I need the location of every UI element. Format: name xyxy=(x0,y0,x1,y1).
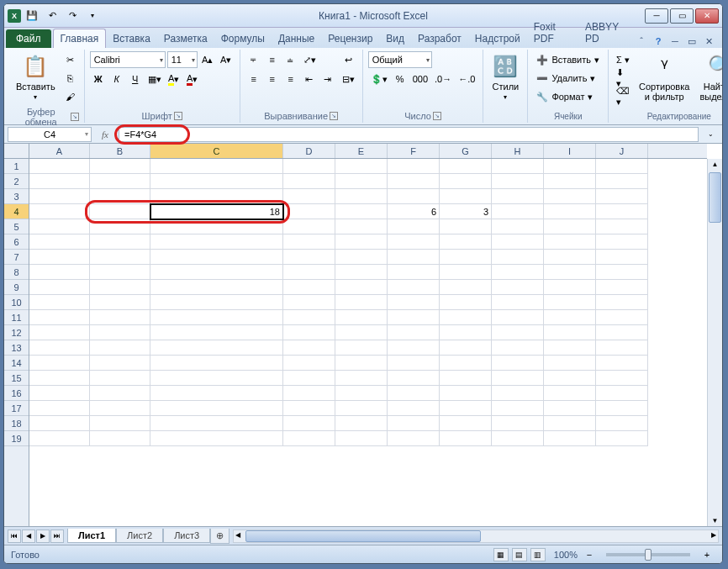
cell-D1[interactable] xyxy=(283,159,335,174)
cell-J14[interactable] xyxy=(596,356,648,371)
insert-cells-button[interactable]: ➕Вставить ▾ xyxy=(533,51,603,68)
cell-B5[interactable] xyxy=(90,219,150,234)
cell-E17[interactable] xyxy=(335,401,388,416)
cell-D3[interactable] xyxy=(283,189,335,204)
cell-F15[interactable] xyxy=(388,371,440,386)
cell-B6[interactable] xyxy=(90,234,150,250)
cell-D17[interactable] xyxy=(283,401,335,416)
align-left-button[interactable]: ≡ xyxy=(245,71,262,87)
number-dialog[interactable]: ↘ xyxy=(433,112,441,120)
cell-F17[interactable] xyxy=(388,401,440,416)
cell-E5[interactable] xyxy=(335,219,388,234)
file-tab[interactable]: Файл xyxy=(6,29,51,48)
font-color-button[interactable]: A▾ xyxy=(184,71,201,87)
sheet-tab-3[interactable]: Лист3 xyxy=(163,529,210,543)
cell-C18[interactable] xyxy=(150,416,283,431)
cell-H3[interactable] xyxy=(492,189,544,204)
cell-A12[interactable] xyxy=(29,325,90,340)
cell-I5[interactable] xyxy=(544,219,596,234)
page-break-view-button[interactable]: ▥ xyxy=(530,548,546,561)
cell-H2[interactable] xyxy=(492,174,544,189)
cell-F6[interactable] xyxy=(388,234,440,250)
doc-restore-button[interactable]: ▭ xyxy=(685,34,699,48)
tab-home[interactable]: Главная xyxy=(53,29,107,48)
page-layout-view-button[interactable]: ▤ xyxy=(512,548,527,561)
delete-cells-button[interactable]: ➖Удалить ▾ xyxy=(533,70,603,87)
wrap-text-button[interactable]: ↩ xyxy=(340,51,357,68)
cell-D19[interactable] xyxy=(283,431,335,446)
tab-data[interactable]: Данные xyxy=(272,29,321,48)
sheet-nav-last[interactable]: ⏭ xyxy=(50,529,64,543)
cell-I9[interactable] xyxy=(544,280,596,295)
cell-D16[interactable] xyxy=(283,386,335,401)
cell-D9[interactable] xyxy=(283,280,335,295)
cell-J6[interactable] xyxy=(596,234,648,250)
tab-formulas[interactable]: Формулы xyxy=(214,29,272,48)
cell-G11[interactable] xyxy=(440,310,492,325)
cell-G6[interactable] xyxy=(440,234,492,250)
minimize-ribbon-button[interactable]: ˆ xyxy=(635,34,648,48)
decrease-indent-button[interactable]: ⇤ xyxy=(301,71,318,87)
cell-F5[interactable] xyxy=(388,219,440,234)
row-header-11[interactable]: 11 xyxy=(4,310,29,325)
cell-H7[interactable] xyxy=(492,250,544,265)
tab-addins[interactable]: Надстрой xyxy=(468,29,527,48)
row-header-10[interactable]: 10 xyxy=(4,295,29,310)
paste-button[interactable]: 📋 Вставить ▾ xyxy=(13,51,59,105)
fill-color-button[interactable]: A▾ xyxy=(166,71,182,87)
row-header-9[interactable]: 9 xyxy=(4,280,29,295)
close-button[interactable]: ✕ xyxy=(695,8,719,24)
cell-C9[interactable] xyxy=(150,280,283,295)
cell-C8[interactable] xyxy=(150,265,283,280)
fill-button[interactable]: ⬇ ▾ xyxy=(614,70,632,87)
sheet-nav-prev[interactable]: ◀ xyxy=(22,529,35,543)
cell-I3[interactable] xyxy=(544,189,596,204)
cell-F1[interactable] xyxy=(388,159,440,174)
cell-F16[interactable] xyxy=(388,386,440,401)
tab-foxit[interactable]: Foxit PDF xyxy=(527,18,578,48)
row-header-15[interactable]: 15 xyxy=(4,371,29,386)
tab-review[interactable]: Рецензир xyxy=(321,29,379,48)
expand-formula-bar[interactable]: ⌄ xyxy=(702,126,719,143)
cell-C5[interactable] xyxy=(150,219,283,234)
cell-J8[interactable] xyxy=(596,265,648,280)
cell-G15[interactable] xyxy=(440,371,492,386)
cell-A5[interactable] xyxy=(29,219,90,234)
cell-E16[interactable] xyxy=(335,386,388,401)
cell-H5[interactable] xyxy=(492,219,544,234)
cell-J15[interactable] xyxy=(596,371,648,386)
cell-C19[interactable] xyxy=(150,431,283,446)
cell-H6[interactable] xyxy=(492,234,544,250)
merge-button[interactable]: ⊟▾ xyxy=(340,71,357,87)
align-middle-button[interactable]: ≡ xyxy=(264,51,281,68)
cell-H9[interactable] xyxy=(492,280,544,295)
cell-E1[interactable] xyxy=(335,159,388,174)
sheet-tab-2[interactable]: Лист2 xyxy=(116,529,163,543)
cell-D14[interactable] xyxy=(283,356,335,371)
cell-A3[interactable] xyxy=(29,189,90,204)
sheet-nav-first[interactable]: ⏮ xyxy=(8,529,21,543)
row-header-1[interactable]: 1 xyxy=(4,159,29,174)
cell-J16[interactable] xyxy=(596,386,648,401)
cell-B16[interactable] xyxy=(90,386,150,401)
cell-J1[interactable] xyxy=(596,159,648,174)
cell-H12[interactable] xyxy=(492,325,544,340)
cell-G19[interactable] xyxy=(440,431,492,446)
cell-D13[interactable] xyxy=(283,340,335,356)
increase-font-button[interactable]: A▴ xyxy=(199,51,216,68)
cell-D11[interactable] xyxy=(283,310,335,325)
cell-C4[interactable]: 18 xyxy=(150,204,283,219)
cell-I4[interactable] xyxy=(544,204,596,219)
cell-I14[interactable] xyxy=(544,356,596,371)
cell-I18[interactable] xyxy=(544,416,596,431)
cell-G16[interactable] xyxy=(440,386,492,401)
format-painter-button[interactable]: 🖌 xyxy=(62,88,79,105)
align-bottom-button[interactable]: ⫨ xyxy=(282,51,299,68)
cell-H10[interactable] xyxy=(492,295,544,310)
formula-input[interactable]: =F4*G4 xyxy=(119,127,699,142)
row-header-12[interactable]: 12 xyxy=(4,325,29,340)
font-dialog[interactable]: ↘ xyxy=(174,112,182,120)
cell-A1[interactable] xyxy=(29,159,90,174)
cell-F14[interactable] xyxy=(388,356,440,371)
cell-B18[interactable] xyxy=(90,416,150,431)
